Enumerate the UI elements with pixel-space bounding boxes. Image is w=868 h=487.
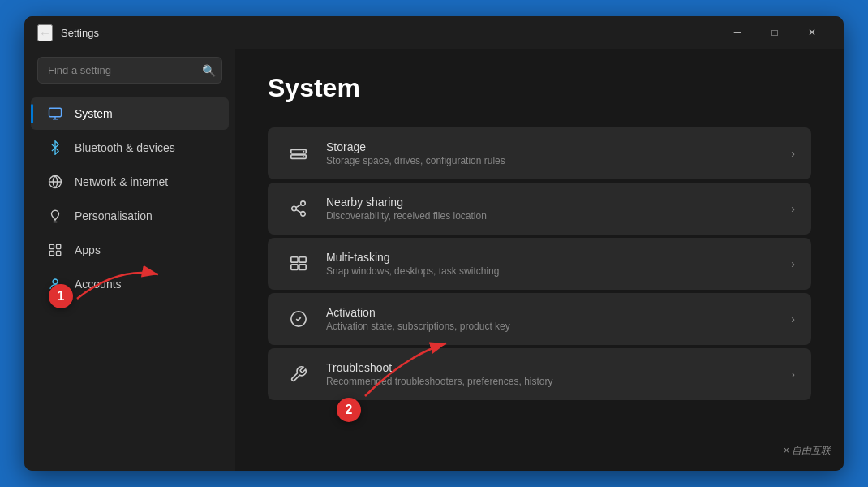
share-icon	[284, 194, 313, 223]
apps-icon	[47, 242, 63, 258]
setting-text-troubleshoot: Troubleshoot Recommended troubleshooters…	[326, 361, 791, 387]
multitask-icon	[284, 249, 313, 278]
chevron-icon: ›	[791, 202, 795, 215]
setting-desc: Recommended troubleshooters, preferences…	[326, 376, 791, 387]
setting-item-storage[interactable]: Storage Storage space, drives, configura…	[268, 127, 811, 179]
settings-list: Storage Storage space, drives, configura…	[268, 127, 811, 400]
sidebar-item-system[interactable]: System	[31, 97, 229, 130]
setting-desc: Storage space, drives, configuration rul…	[326, 155, 791, 166]
setting-item-troubleshoot[interactable]: Troubleshoot Recommended troubleshooters…	[268, 348, 811, 400]
chevron-icon: ›	[791, 312, 795, 325]
svg-rect-21	[299, 265, 306, 269]
back-button[interactable]: ←	[37, 24, 53, 41]
svg-point-8	[53, 279, 58, 284]
sidebar-item-label: Accounts	[75, 278, 122, 291]
svg-line-16	[296, 209, 301, 213]
setting-text-nearby: Nearby sharing Discoverability, received…	[326, 196, 791, 222]
content-area: 🔍 System	[24, 49, 844, 471]
chevron-icon: ›	[791, 147, 795, 160]
minimize-button[interactable]: ─	[719, 19, 756, 45]
setting-name: Nearby sharing	[326, 196, 791, 209]
maximize-button[interactable]: □	[756, 19, 793, 45]
chevron-icon: ›	[791, 368, 795, 381]
svg-rect-19	[299, 257, 306, 262]
setting-name: Activation	[326, 306, 791, 319]
search-icon[interactable]: 🔍	[202, 64, 216, 77]
setting-name: Multi-tasking	[326, 251, 791, 264]
svg-point-14	[292, 206, 297, 211]
sidebar-item-accounts[interactable]: Accounts	[31, 268, 229, 300]
svg-line-17	[296, 205, 301, 208]
svg-point-12	[303, 156, 305, 157]
setting-item-nearby-sharing[interactable]: Nearby sharing Discoverability, received…	[268, 183, 811, 235]
setting-name: Troubleshoot	[326, 361, 791, 374]
chevron-icon: ›	[791, 257, 795, 270]
setting-item-activation[interactable]: Activation Activation state, subscriptio…	[268, 293, 811, 345]
svg-point-13	[301, 201, 306, 206]
svg-rect-6	[49, 252, 54, 256]
sidebar-item-label: Bluetooth & devices	[75, 141, 175, 154]
setting-text-multitasking: Multi-tasking Snap windows, desktops, ta…	[326, 251, 791, 277]
setting-desc: Discoverability, received files location	[326, 210, 791, 222]
sidebar-item-bluetooth[interactable]: Bluetooth & devices	[31, 131, 229, 164]
svg-rect-20	[291, 265, 298, 269]
sidebar-item-label: Network & internet	[75, 175, 168, 188]
network-icon	[47, 174, 63, 190]
main-content: System Storage	[235, 49, 844, 471]
svg-rect-7	[57, 252, 61, 256]
sidebar-item-personalisation[interactable]: Personalisation	[31, 200, 229, 232]
sidebar-item-label: Apps	[75, 244, 101, 256]
troubleshoot-icon	[284, 360, 313, 389]
setting-text-storage: Storage Storage space, drives, configura…	[326, 140, 791, 166]
setting-text-activation: Activation Activation state, subscriptio…	[326, 306, 791, 332]
setting-item-multitasking[interactable]: Multi-tasking Snap windows, desktops, ta…	[268, 238, 811, 290]
sidebar-item-label: System	[75, 107, 113, 120]
monitor-icon	[47, 106, 63, 122]
svg-rect-18	[291, 257, 298, 262]
activation-icon	[284, 304, 313, 334]
bluetooth-icon	[47, 140, 63, 156]
window-title: Settings	[61, 27, 99, 39]
person-icon	[47, 276, 63, 292]
settings-window: ← Settings ─ □ ✕ 🔍	[24, 16, 844, 471]
sidebar-item-network[interactable]: Network & internet	[31, 166, 229, 198]
sidebar-item-label: Personalisation	[75, 209, 153, 222]
setting-desc: Snap windows, desktops, task switching	[326, 265, 791, 277]
setting-desc: Activation state, subscriptions, product…	[326, 321, 791, 332]
brush-icon	[47, 208, 63, 224]
sidebar: 🔍 System	[24, 49, 235, 471]
svg-rect-4	[49, 244, 54, 248]
svg-point-11	[303, 151, 305, 153]
svg-point-15	[301, 212, 306, 217]
setting-name: Storage	[326, 140, 791, 153]
svg-rect-0	[49, 108, 62, 117]
storage-icon	[284, 139, 313, 168]
search-input[interactable]	[37, 57, 222, 84]
title-bar: ← Settings ─ □ ✕	[24, 16, 844, 49]
svg-rect-5	[57, 244, 61, 248]
close-button[interactable]: ✕	[793, 19, 831, 45]
page-title: System	[268, 73, 811, 103]
sidebar-item-apps[interactable]: Apps	[31, 234, 229, 266]
search-box[interactable]: 🔍	[37, 57, 222, 84]
